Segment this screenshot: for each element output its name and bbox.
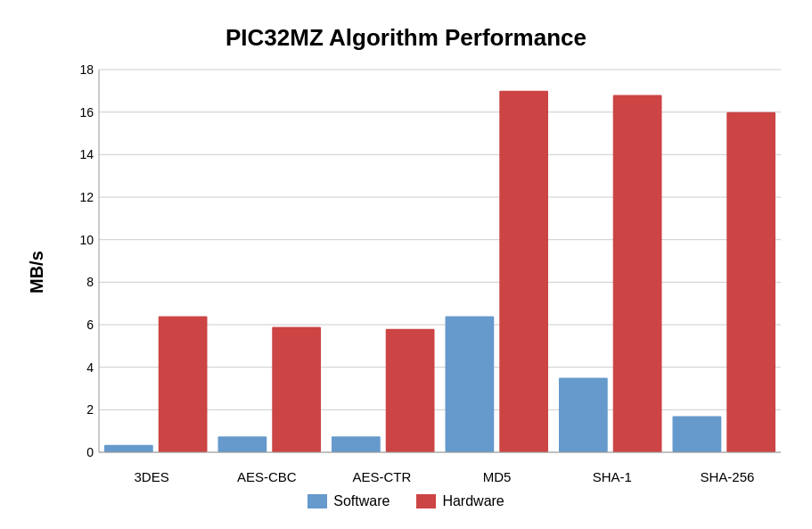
svg-rect-23 — [272, 326, 321, 452]
x-label: MD5 — [439, 469, 554, 484]
chart-plot-area: 024681012141618 3DESAES-CBCAES-CTRMD5SHA… — [59, 61, 794, 484]
svg-text:2: 2 — [86, 402, 94, 417]
grid-and-bars: 024681012141618 — [59, 61, 794, 461]
svg-text:8: 8 — [86, 275, 94, 289]
svg-text:0: 0 — [86, 445, 94, 459]
svg-text:10: 10 — [79, 232, 94, 246]
legend-item-hardware: Hardware — [416, 493, 504, 509]
chart-container: PIC32MZ Algorithm Performance MB/s 02468… — [19, 15, 794, 515]
chart-body: MB/s 024681012141618 3DESAES-CBCAES-CTRM… — [19, 61, 794, 484]
hardware-swatch — [416, 494, 436, 508]
svg-text:6: 6 — [86, 318, 94, 332]
x-label: SHA-1 — [554, 469, 669, 484]
hardware-label: Hardware — [442, 493, 504, 509]
svg-rect-31 — [726, 112, 775, 451]
x-label: AES-CTR — [324, 469, 439, 484]
x-axis-labels: 3DESAES-CBCAES-CTRMD5SHA-1SHA-256 — [59, 469, 794, 484]
x-label: 3DES — [94, 469, 209, 484]
svg-text:14: 14 — [79, 147, 94, 161]
y-axis-label: MB/s — [19, 61, 54, 484]
svg-rect-30 — [672, 416, 721, 452]
x-label: AES-CBC — [209, 469, 324, 484]
svg-rect-25 — [385, 328, 434, 451]
x-label: SHA-256 — [669, 469, 784, 484]
legend-item-software: Software — [308, 493, 390, 509]
svg-rect-27 — [499, 90, 548, 451]
svg-rect-24 — [332, 436, 381, 452]
software-label: Software — [333, 493, 390, 509]
svg-text:16: 16 — [79, 104, 94, 119]
svg-rect-21 — [158, 316, 207, 452]
svg-rect-20 — [104, 444, 153, 451]
chart-title: PIC32MZ Algorithm Performance — [226, 24, 586, 52]
svg-rect-26 — [445, 316, 494, 452]
svg-text:12: 12 — [79, 190, 94, 204]
svg-rect-28 — [559, 377, 608, 451]
svg-text:4: 4 — [86, 360, 94, 374]
svg-text:18: 18 — [79, 62, 94, 77]
chart-svg: 024681012141618 — [59, 61, 794, 461]
software-swatch — [308, 494, 327, 508]
svg-rect-29 — [612, 95, 661, 451]
svg-rect-22 — [217, 436, 267, 452]
legend: Software Hardware — [308, 493, 504, 509]
